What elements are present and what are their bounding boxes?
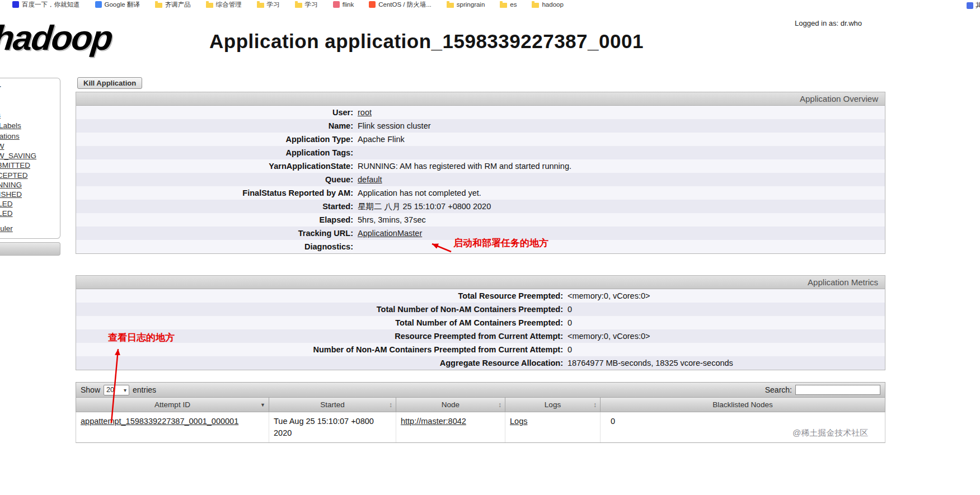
baidu-favicon	[12, 1, 19, 8]
bookmark-label: es	[510, 1, 517, 8]
search-label: Search:	[765, 385, 792, 394]
sidebar-item-state-accepted[interactable]: ACCEPTED	[0, 171, 28, 180]
annotation-tracking-note: 启动和部署任务的地方	[453, 237, 548, 249]
column-header-started[interactable]: Started ↕	[269, 398, 396, 412]
sidebar-item-node-labels[interactable]: Node Labels	[0, 121, 21, 130]
metrics-row-non-am-preempted-current: Number of Non-AM Containers Preempted fr…	[76, 343, 885, 356]
overview-row-application-type: Application Type: Apache Flink	[76, 133, 885, 146]
attempt-started-cell: Tue Aug 25 15:10:07 +0800 2020	[269, 412, 396, 442]
overview-row-started: Started: 星期二 八月 25 15:10:07 +0800 2020	[76, 200, 885, 213]
metrics-row-resource-preempted-current: Resource Preempted from Current Attempt:…	[76, 329, 885, 343]
application-master-link[interactable]: ApplicationMaster	[358, 229, 422, 238]
metrics-row-am-containers-preempted: Total Number of AM Containers Preempted:…	[76, 316, 885, 329]
overview-row-finalstatus: FinalStatus Reported by AM: Application …	[76, 186, 885, 200]
column-header-blacklisted-nodes[interactable]: Blacklisted Nodes	[601, 398, 885, 412]
sidebar-item-scheduler[interactable]: Scheduler	[0, 224, 13, 233]
column-header-logs[interactable]: Logs ↕	[505, 398, 601, 412]
logged-in-status: Logged in as: dr.who	[795, 19, 862, 27]
bookmark-item[interactable]: Google 翻译	[95, 1, 140, 9]
column-header-attempt-id[interactable]: Attempt ID ▼	[76, 398, 269, 412]
sort-icon: ↕	[498, 401, 501, 409]
bookmark-item[interactable]: 学习	[295, 1, 318, 9]
folder-icon	[206, 3, 213, 8]
bookmark-label: CentOS / 防火墙...	[378, 1, 432, 9]
bookmark-item[interactable]: 百度一下，你就知道	[12, 1, 80, 9]
sidebar-item-state-failed[interactable]: FAILED	[0, 200, 13, 208]
kill-application-button[interactable]: Kill Application	[77, 77, 142, 89]
sidebar-item-state-running[interactable]: RUNNING	[0, 181, 22, 189]
entries-label: entries	[133, 385, 156, 394]
search-input[interactable]	[795, 385, 880, 395]
bookmark-item[interactable]: CentOS / 防火墙...	[369, 1, 432, 9]
bookmark-item[interactable]: springrain	[447, 1, 485, 8]
csdn-favicon	[369, 1, 376, 8]
table-controls-bar: Show 20 ▾ entries Search:	[76, 382, 885, 398]
overview-row-queue: Queue: default	[76, 173, 885, 186]
google-translate-favicon	[95, 1, 102, 8]
attempts-table: Show 20 ▾ entries Search: Attempt ID ▼ S…	[76, 382, 885, 443]
sidebar-item-state-finished[interactable]: FINISHED	[0, 190, 22, 199]
column-header-node[interactable]: Node ↕	[396, 398, 505, 412]
application-overview-header: Application Overview	[76, 92, 885, 106]
bookmark-item[interactable]: hadoop	[532, 1, 563, 8]
yarn-application-page: 百度一下，你就知道 Google 翻译 齐调产品 综合管理 学习 学习 flin…	[0, 0, 980, 495]
bookmark-item[interactable]: flink	[333, 1, 354, 8]
application-metrics-header: Application Metrics	[76, 276, 885, 289]
sort-icon: ↕	[389, 401, 392, 409]
metrics-row-total-resource-preempted: Total Resource Preempted: <memory:0, vCo…	[76, 289, 885, 303]
sidebar-item-applications[interactable]: Applications	[0, 132, 20, 140]
table-header-row: Attempt ID ▼ Started ↕ Node ↕ Logs ↕ Bla…	[76, 398, 885, 412]
folder-icon	[155, 3, 162, 8]
user-link[interactable]: root	[358, 108, 372, 117]
bookmark-label: hadoop	[542, 1, 563, 8]
overview-row-yarn-application-state: YarnApplicationState: RUNNING: AM has re…	[76, 159, 885, 173]
folder-icon	[257, 3, 264, 8]
annotation-logs-note: 查看日志的地方	[108, 331, 175, 344]
bookmarks-bar: 百度一下，你就知道 Google 翻译 齐调产品 综合管理 学习 学习 flin…	[0, 0, 980, 9]
bookmark-favicon	[967, 2, 973, 9]
bookmark-label: 百度一下，你就知道	[22, 1, 80, 9]
bookmark-label: 综合管理	[216, 1, 242, 9]
sort-desc-icon: ▼	[260, 402, 265, 408]
bookmark-item[interactable]: 其	[967, 1, 980, 10]
sidebar-tools-header[interactable]: Tools	[0, 242, 60, 256]
folder-icon	[532, 3, 539, 8]
flink-favicon	[333, 1, 340, 8]
bookmark-label: 学习	[305, 1, 318, 9]
sidebar-item-state-new[interactable]: NEW	[0, 142, 4, 150]
bookmark-label: springrain	[457, 1, 485, 8]
application-overview-section: Application Overview User: root Name: Fl…	[76, 92, 885, 254]
folder-icon	[500, 3, 507, 8]
show-label: Show	[81, 385, 100, 394]
bookmark-label: 齐调产品	[165, 1, 191, 9]
overview-row-user: User: root	[76, 106, 885, 119]
sidebar-item-state-submitted[interactable]: SUBMITTED	[0, 161, 30, 169]
hadoop-logo: hadoop	[0, 18, 114, 58]
attempt-id-link[interactable]: appattempt_1598339227387_0001_000001	[81, 417, 238, 426]
overview-row-elapsed: Elapsed: 5hrs, 3mins, 37sec	[76, 213, 885, 227]
page-size-select[interactable]: 20 ▾	[104, 385, 129, 395]
application-metrics-section: Application Metrics Total Resource Preem…	[76, 275, 885, 370]
queue-link[interactable]: default	[358, 175, 382, 184]
sidebar-item-state-new-saving[interactable]: NEW_SAVING	[0, 152, 36, 160]
bookmark-label: 学习	[267, 1, 280, 9]
folder-icon	[295, 3, 302, 8]
bookmark-label: flink	[343, 1, 354, 8]
bookmark-item[interactable]: 学习	[257, 1, 280, 9]
bookmark-label: 其	[976, 1, 980, 10]
overview-row-name: Name: Flink session cluster	[76, 119, 885, 133]
page-title: Application application_1598339227387_00…	[209, 30, 644, 53]
bookmark-label: Google 翻译	[105, 1, 140, 9]
logs-link[interactable]: Logs	[510, 417, 527, 426]
node-link[interactable]: http://master:8042	[401, 417, 466, 426]
sidebar-cluster-header: Cluster	[0, 83, 60, 92]
bookmark-item[interactable]: 齐调产品	[155, 1, 191, 9]
metrics-row-non-am-containers-preempted: Total Number of Non-AM Containers Preemp…	[76, 303, 885, 316]
bookmark-item[interactable]: es	[500, 1, 517, 8]
sidebar-nav: Cluster About Nodes Node Labels Applicat…	[0, 78, 60, 239]
table-row: appattempt_1598339227387_0001_000001 Tue…	[76, 412, 885, 443]
sidebar-item-state-killed[interactable]: KILLED	[0, 209, 13, 218]
sidebar-item-nodes[interactable]: Nodes	[0, 111, 1, 119]
folder-icon	[447, 3, 454, 8]
bookmark-item[interactable]: 综合管理	[206, 1, 242, 9]
